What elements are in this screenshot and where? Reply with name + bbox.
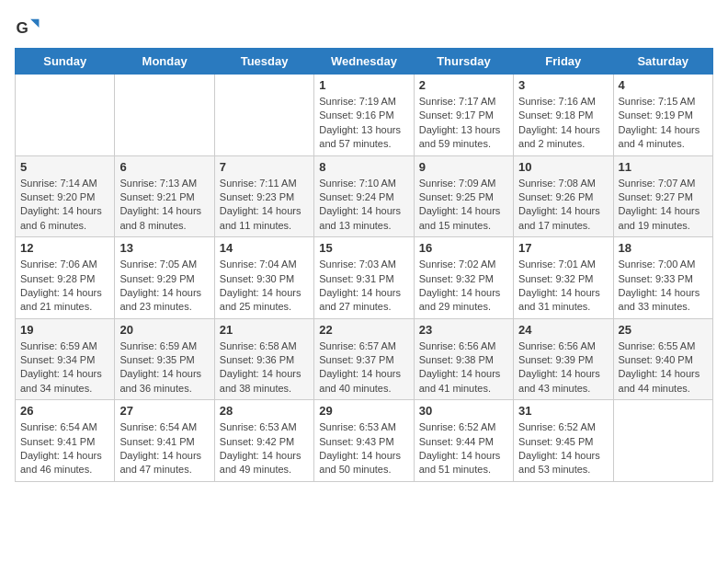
day-cell: 25Sunrise: 6:55 AMSunset: 9:40 PMDayligh… — [613, 318, 712, 400]
day-number: 3 — [518, 78, 608, 92]
day-number: 31 — [518, 404, 608, 418]
day-info: Sunrise: 7:02 AMSunset: 9:32 PMDaylight:… — [419, 258, 508, 315]
day-number: 25 — [619, 323, 708, 337]
day-cell — [214, 75, 313, 156]
day-number: 16 — [419, 241, 508, 255]
day-info: Sunrise: 7:00 AMSunset: 9:33 PMDaylight:… — [619, 258, 708, 315]
weekday-header-monday: Monday — [115, 49, 214, 75]
day-cell: 15Sunrise: 7:03 AMSunset: 9:31 PMDayligh… — [314, 237, 414, 319]
day-info: Sunrise: 6:56 AMSunset: 9:38 PMDaylight:… — [419, 339, 508, 396]
day-cell: 9Sunrise: 7:09 AMSunset: 9:25 PMDaylight… — [414, 155, 513, 237]
day-cell: 20Sunrise: 6:59 AMSunset: 9:35 PMDayligh… — [115, 318, 214, 400]
day-cell: 24Sunrise: 6:56 AMSunset: 9:39 PMDayligh… — [514, 318, 613, 400]
week-row-1: 1Sunrise: 7:19 AMSunset: 9:16 PMDaylight… — [16, 75, 713, 156]
day-number: 26 — [20, 404, 109, 418]
day-number: 27 — [119, 404, 209, 418]
day-info: Sunrise: 7:19 AMSunset: 9:16 PMDaylight:… — [319, 95, 408, 152]
day-cell: 4Sunrise: 7:15 AMSunset: 9:19 PMDaylight… — [613, 75, 712, 156]
day-cell: 31Sunrise: 6:52 AMSunset: 9:45 PMDayligh… — [514, 400, 613, 482]
day-info: Sunrise: 7:07 AMSunset: 9:27 PMDaylight:… — [619, 177, 708, 234]
day-number: 19 — [20, 323, 109, 337]
day-info: Sunrise: 6:52 AMSunset: 9:45 PMDaylight:… — [518, 420, 608, 477]
day-cell: 3Sunrise: 7:16 AMSunset: 9:18 PMDaylight… — [514, 75, 613, 156]
day-info: Sunrise: 7:06 AMSunset: 9:28 PMDaylight:… — [20, 258, 109, 315]
day-info: Sunrise: 7:11 AMSunset: 9:23 PMDaylight:… — [220, 177, 309, 234]
day-cell: 26Sunrise: 6:54 AMSunset: 9:41 PMDayligh… — [16, 400, 115, 482]
day-number: 6 — [119, 160, 209, 174]
day-number: 30 — [419, 404, 508, 418]
day-info: Sunrise: 7:05 AMSunset: 9:29 PMDaylight:… — [119, 258, 209, 315]
logo-icon: G — [15, 15, 40, 40]
day-cell: 8Sunrise: 7:10 AMSunset: 9:24 PMDaylight… — [314, 155, 414, 237]
day-cell: 10Sunrise: 7:08 AMSunset: 9:26 PMDayligh… — [514, 155, 613, 237]
weekday-header-saturday: Saturday — [613, 49, 712, 75]
day-cell: 6Sunrise: 7:13 AMSunset: 9:21 PMDaylight… — [115, 155, 214, 237]
day-number: 23 — [419, 323, 508, 337]
day-info: Sunrise: 7:17 AMSunset: 9:17 PMDaylight:… — [419, 95, 508, 152]
day-info: Sunrise: 6:52 AMSunset: 9:44 PMDaylight:… — [419, 420, 508, 477]
day-cell: 19Sunrise: 6:59 AMSunset: 9:34 PMDayligh… — [16, 318, 115, 400]
week-row-4: 19Sunrise: 6:59 AMSunset: 9:34 PMDayligh… — [16, 318, 713, 400]
day-cell: 22Sunrise: 6:57 AMSunset: 9:37 PMDayligh… — [314, 318, 414, 400]
day-info: Sunrise: 7:13 AMSunset: 9:21 PMDaylight:… — [119, 177, 209, 234]
day-cell: 30Sunrise: 6:52 AMSunset: 9:44 PMDayligh… — [414, 400, 513, 482]
day-number: 1 — [319, 78, 408, 92]
day-cell: 12Sunrise: 7:06 AMSunset: 9:28 PMDayligh… — [16, 237, 115, 319]
day-cell: 27Sunrise: 6:54 AMSunset: 9:41 PMDayligh… — [115, 400, 214, 482]
day-number: 14 — [220, 241, 309, 255]
day-info: Sunrise: 6:53 AMSunset: 9:43 PMDaylight:… — [319, 420, 408, 477]
header: G — [15, 15, 713, 40]
day-number: 4 — [619, 78, 708, 92]
day-cell: 13Sunrise: 7:05 AMSunset: 9:29 PMDayligh… — [115, 237, 214, 319]
day-number: 7 — [220, 160, 309, 174]
day-info: Sunrise: 6:57 AMSunset: 9:37 PMDaylight:… — [319, 339, 408, 396]
day-number: 5 — [20, 160, 109, 174]
day-cell: 1Sunrise: 7:19 AMSunset: 9:16 PMDaylight… — [314, 75, 414, 156]
day-info: Sunrise: 7:03 AMSunset: 9:31 PMDaylight:… — [319, 258, 408, 315]
day-number: 28 — [220, 404, 309, 418]
svg-marker-1 — [30, 19, 39, 28]
week-row-5: 26Sunrise: 6:54 AMSunset: 9:41 PMDayligh… — [16, 400, 713, 482]
day-number: 21 — [220, 323, 309, 337]
weekday-header-wednesday: Wednesday — [314, 49, 414, 75]
week-row-2: 5Sunrise: 7:14 AMSunset: 9:20 PMDaylight… — [16, 155, 713, 237]
day-cell: 29Sunrise: 6:53 AMSunset: 9:43 PMDayligh… — [314, 400, 414, 482]
svg-text:G: G — [17, 19, 28, 37]
day-number: 29 — [319, 404, 408, 418]
calendar: SundayMondayTuesdayWednesdayThursdayFrid… — [15, 48, 713, 482]
day-number: 15 — [319, 241, 408, 255]
weekday-header-row: SundayMondayTuesdayWednesdayThursdayFrid… — [16, 49, 713, 75]
day-info: Sunrise: 7:04 AMSunset: 9:30 PMDaylight:… — [220, 258, 309, 315]
day-info: Sunrise: 7:16 AMSunset: 9:18 PMDaylight:… — [518, 95, 608, 152]
day-info: Sunrise: 6:59 AMSunset: 9:35 PMDaylight:… — [119, 339, 209, 396]
day-number: 17 — [518, 241, 608, 255]
day-cell: 14Sunrise: 7:04 AMSunset: 9:30 PMDayligh… — [214, 237, 313, 319]
weekday-header-sunday: Sunday — [16, 49, 115, 75]
day-cell: 18Sunrise: 7:00 AMSunset: 9:33 PMDayligh… — [613, 237, 712, 319]
day-number: 8 — [319, 160, 408, 174]
day-number: 11 — [619, 160, 708, 174]
day-info: Sunrise: 7:01 AMSunset: 9:32 PMDaylight:… — [518, 258, 608, 315]
day-cell: 23Sunrise: 6:56 AMSunset: 9:38 PMDayligh… — [414, 318, 513, 400]
day-cell: 28Sunrise: 6:53 AMSunset: 9:42 PMDayligh… — [214, 400, 313, 482]
day-cell — [115, 75, 214, 156]
day-info: Sunrise: 6:58 AMSunset: 9:36 PMDaylight:… — [220, 339, 309, 396]
day-cell: 21Sunrise: 6:58 AMSunset: 9:36 PMDayligh… — [214, 318, 313, 400]
day-info: Sunrise: 6:53 AMSunset: 9:42 PMDaylight:… — [220, 420, 309, 477]
day-info: Sunrise: 7:15 AMSunset: 9:19 PMDaylight:… — [619, 95, 708, 152]
day-cell: 7Sunrise: 7:11 AMSunset: 9:23 PMDaylight… — [214, 155, 313, 237]
day-cell: 5Sunrise: 7:14 AMSunset: 9:20 PMDaylight… — [16, 155, 115, 237]
day-info: Sunrise: 6:54 AMSunset: 9:41 PMDaylight:… — [119, 420, 209, 477]
day-number: 2 — [419, 78, 508, 92]
day-cell — [16, 75, 115, 156]
day-cell: 2Sunrise: 7:17 AMSunset: 9:17 PMDaylight… — [414, 75, 513, 156]
day-info: Sunrise: 6:54 AMSunset: 9:41 PMDaylight:… — [20, 420, 109, 477]
day-cell: 16Sunrise: 7:02 AMSunset: 9:32 PMDayligh… — [414, 237, 513, 319]
week-row-3: 12Sunrise: 7:06 AMSunset: 9:28 PMDayligh… — [16, 237, 713, 319]
day-number: 12 — [20, 241, 109, 255]
logo: G — [15, 15, 44, 40]
day-info: Sunrise: 6:56 AMSunset: 9:39 PMDaylight:… — [518, 339, 608, 396]
day-info: Sunrise: 7:10 AMSunset: 9:24 PMDaylight:… — [319, 177, 408, 234]
day-info: Sunrise: 6:59 AMSunset: 9:34 PMDaylight:… — [20, 339, 109, 396]
day-info: Sunrise: 7:14 AMSunset: 9:20 PMDaylight:… — [20, 177, 109, 234]
